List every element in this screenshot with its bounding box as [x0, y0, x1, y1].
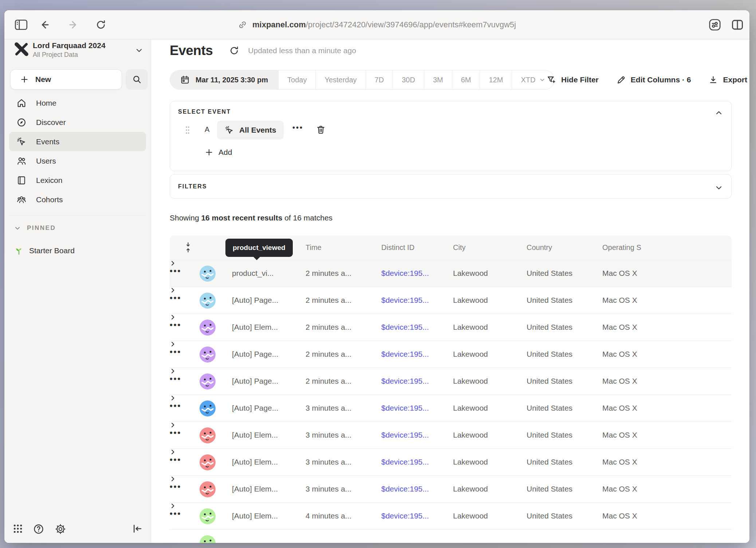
col-time[interactable]: Time	[306, 243, 322, 252]
cell-distinct-id[interactable]: $device:195...	[381, 431, 429, 439]
help-icon[interactable]	[33, 523, 163, 535]
pinned-section-toggle[interactable]: PINNED	[14, 224, 56, 232]
back-icon[interactable]	[39, 19, 50, 30]
sidebar-item-discover[interactable]: Discover	[9, 113, 146, 132]
pencil-icon	[616, 75, 626, 85]
cell-event[interactable]: [Auto] Page...	[232, 404, 278, 412]
cell-distinct-id[interactable]: $device:195...	[381, 458, 429, 466]
url-bar[interactable]: mixpanel.com/project/3472420/view/397469…	[238, 20, 516, 30]
row-actions-button[interactable]: •••	[170, 455, 181, 464]
range-3m[interactable]: 3M	[424, 70, 452, 89]
row-actions-button[interactable]: •••	[170, 428, 181, 437]
cell-distinct-id[interactable]: $device:195...	[381, 512, 429, 520]
cell-distinct-id[interactable]: $device:195...	[381, 296, 429, 305]
chevron-up-icon[interactable]	[714, 109, 723, 117]
event-more-button[interactable]: •••	[292, 124, 303, 132]
event-avatar	[200, 454, 216, 470]
col-operating-system[interactable]: Operating S	[602, 243, 641, 252]
trash-icon[interactable]	[316, 125, 326, 135]
event-query-row: A All Events •••	[170, 121, 731, 140]
expand-row-icon[interactable]	[170, 395, 732, 401]
cell-distinct-id[interactable]: $device:195...	[381, 404, 429, 412]
collapse-sidebar-icon[interactable]	[132, 523, 143, 534]
range-12m[interactable]: 12M	[480, 70, 512, 89]
expand-row-icon[interactable]	[170, 503, 732, 509]
search-button[interactable]	[126, 69, 148, 90]
cell-distinct-id[interactable]: $device:195...	[381, 377, 429, 385]
collapse-rows-icon[interactable]	[185, 242, 191, 253]
url-path: /project/3472420/view/3974696/app/events…	[306, 20, 516, 29]
export-button[interactable]: Export	[708, 75, 747, 85]
event-row-letter: A	[205, 125, 209, 134]
row-actions-button[interactable]: •••	[170, 293, 181, 302]
filter-funnel-icon	[547, 75, 556, 85]
range-6m[interactable]: 6M	[452, 70, 480, 89]
cell-distinct-id[interactable]: $device:195...	[381, 350, 429, 359]
new-button[interactable]: New	[10, 69, 122, 90]
settings-gear-icon[interactable]	[55, 523, 66, 535]
cell-os: Mac OS X	[602, 296, 637, 305]
cell-event[interactable]: [Auto] Page...	[232, 350, 278, 359]
browser-sidebar-toggle-icon[interactable]	[15, 19, 28, 30]
chevron-down-icon[interactable]	[714, 183, 723, 192]
col-distinct-id[interactable]: Distinct ID	[381, 243, 414, 252]
chevron-down-icon	[539, 77, 546, 83]
sidebar-item-home[interactable]: Home	[9, 93, 146, 113]
drag-handle-icon[interactable]	[185, 125, 190, 135]
cell-distinct-id[interactable]: $device:195...	[381, 485, 429, 493]
apps-grid-icon[interactable]	[12, 523, 23, 534]
range-yesterday[interactable]: Yesterday	[315, 70, 365, 89]
col-country[interactable]: Country	[527, 243, 552, 252]
expand-row-icon[interactable]	[170, 422, 732, 428]
cell-event[interactable]: [Auto] Elem...	[232, 431, 278, 439]
row-actions-button[interactable]: •••	[170, 509, 181, 518]
row-actions-button[interactable]: •••	[170, 401, 181, 410]
expand-row-icon[interactable]	[170, 287, 732, 293]
row-actions-button[interactable]: •••	[170, 347, 181, 356]
sidebar-item-events[interactable]: Events	[9, 132, 146, 151]
range-30d[interactable]: 30D	[393, 70, 424, 89]
date-picker-segment[interactable]: Mar 11, 2025 3:30 pm	[170, 70, 278, 89]
hide-filter-button[interactable]: Hide Filter	[547, 75, 599, 85]
expand-row-icon[interactable]	[170, 260, 732, 266]
range-7d[interactable]: 7D	[366, 70, 393, 89]
cell-event[interactable]: [Auto] Page...	[232, 377, 278, 385]
cell-event[interactable]: [Auto] Elem...	[232, 512, 278, 520]
add-event-button[interactable]: Add	[205, 148, 232, 157]
col-city[interactable]: City	[453, 243, 465, 252]
cell-event[interactable]: [Auto] Elem...	[232, 323, 278, 332]
expand-row-icon[interactable]	[170, 476, 732, 482]
page-settings-icon[interactable]	[708, 18, 722, 32]
refresh-icon[interactable]	[229, 46, 239, 56]
sidebar-item-lexicon[interactable]: Lexicon	[9, 171, 146, 190]
row-actions-button[interactable]: •••	[170, 266, 181, 275]
cell-event[interactable]: [Auto] Page...	[232, 296, 278, 305]
chevron-down-icon	[135, 46, 143, 55]
sidebar-item-cohorts[interactable]: Cohorts	[9, 190, 146, 209]
event-avatar	[200, 400, 216, 416]
split-view-icon[interactable]	[731, 18, 744, 32]
row-actions-button[interactable]: •••	[170, 482, 181, 491]
row-actions-button[interactable]: •••	[170, 374, 181, 383]
expand-row-icon[interactable]	[170, 449, 732, 455]
table-row: [Auto] Elem... 3 minutes a... $device:19…	[170, 422, 732, 449]
edit-columns-button[interactable]: Edit Columns · 6	[616, 75, 691, 85]
cell-distinct-id[interactable]: $device:195...	[381, 269, 429, 278]
all-events-chip[interactable]: All Events	[217, 121, 284, 140]
reload-icon[interactable]	[95, 19, 106, 30]
expand-row-icon[interactable]	[170, 314, 732, 320]
cell-os: Mac OS X	[602, 512, 637, 520]
expand-row-icon[interactable]	[170, 341, 732, 347]
range-today[interactable]: Today	[278, 70, 315, 89]
project-switcher[interactable]: Lord Farquaad 2024 All Project Data	[4, 39, 151, 62]
cell-distinct-id[interactable]: $device:195...	[381, 323, 429, 332]
sidebar-item-users[interactable]: Users	[9, 151, 146, 171]
cell-event[interactable]: [Auto] Elem...	[232, 458, 278, 466]
expand-row-icon[interactable]	[170, 368, 732, 374]
cell-event[interactable]: product_vi...	[232, 269, 273, 278]
main-content: Events Updated less than a minute ago Ma…	[151, 39, 749, 543]
cell-country: United States	[527, 431, 572, 439]
row-actions-button[interactable]: •••	[170, 320, 181, 329]
cell-event[interactable]: [Auto] Elem...	[232, 485, 278, 493]
sidebar-item-starter-board[interactable]: Starter Board	[14, 246, 75, 256]
